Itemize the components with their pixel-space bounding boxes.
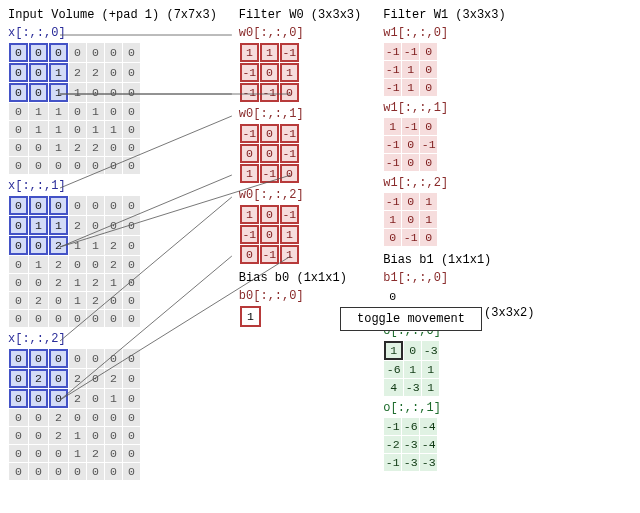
cell: 2 — [87, 445, 104, 462]
cell: -4 — [420, 418, 437, 435]
cell: -1 — [260, 83, 279, 102]
cell: 0 — [49, 292, 68, 309]
cell: 1 — [49, 121, 68, 138]
cell: -1 — [420, 136, 437, 153]
w1-slice-1: 1-10-10-1-100 — [383, 117, 438, 172]
cell: 1 — [384, 211, 401, 228]
cell: -1 — [240, 63, 259, 82]
cell: 0 — [105, 139, 122, 156]
cell: 2 — [49, 427, 68, 444]
cell: 1 — [384, 118, 401, 135]
cell: 0 — [402, 193, 419, 210]
cell: 1 — [87, 103, 104, 120]
cell: 0 — [69, 256, 86, 273]
cell: 0 — [123, 63, 140, 82]
cell: 0 — [9, 236, 28, 255]
cell: 0 — [9, 463, 28, 480]
cell: 0 — [105, 216, 122, 235]
cell: 0 — [9, 427, 28, 444]
cell: 0 — [87, 463, 104, 480]
cell: 0 — [29, 196, 48, 215]
cell: 0 — [123, 216, 140, 235]
cell: 1 — [384, 341, 403, 360]
cell: 0 — [29, 83, 48, 102]
cell: 0 — [123, 292, 140, 309]
cell: 1 — [87, 121, 104, 138]
cell: 0 — [9, 369, 28, 388]
cell: 2 — [29, 369, 48, 388]
cell: 1 — [105, 389, 122, 408]
slice-label: w1[:,:,2] — [383, 176, 505, 190]
cell: 1 — [105, 121, 122, 138]
output-slice-0: 10-3-6114-31 — [383, 340, 440, 397]
cell: 0 — [123, 310, 140, 327]
cell: 2 — [49, 256, 68, 273]
cell: 0 — [105, 409, 122, 426]
cell: 0 — [29, 389, 48, 408]
cell: 0 — [420, 118, 437, 135]
cell: 0 — [105, 196, 122, 215]
cell: 2 — [69, 216, 86, 235]
cell: -1 — [384, 193, 401, 210]
cell: 0 — [260, 63, 279, 82]
cell: 0 — [105, 349, 122, 368]
cell: 0 — [87, 256, 104, 273]
cell: 1 — [240, 43, 259, 62]
w1-slice-0: -1-10-110-110 — [383, 42, 438, 97]
cell: -1 — [384, 79, 401, 96]
cell: -1 — [280, 205, 299, 224]
cell: -3 — [404, 379, 421, 396]
cell: 0 — [9, 389, 28, 408]
slice-label: b1[:,:,0] — [383, 271, 505, 285]
cell: -1 — [384, 136, 401, 153]
toggle-movement-button[interactable]: toggle movement — [340, 307, 482, 331]
cell: -1 — [384, 154, 401, 171]
cell: -3 — [422, 341, 439, 360]
cell: 0 — [29, 236, 48, 255]
cell: 1 — [87, 236, 104, 255]
cell: 2 — [49, 274, 68, 291]
cell: 0 — [49, 310, 68, 327]
cell: -1 — [260, 164, 279, 183]
cell: 1 — [69, 427, 86, 444]
cell: 1 — [69, 445, 86, 462]
output-slice-1: -1-6-4-2-3-4-1-3-3 — [383, 417, 438, 472]
cell: 0 — [87, 369, 104, 388]
slice-label: x[:,:,0] — [8, 26, 217, 40]
bias0-cell: 1 — [239, 305, 262, 328]
cell: 0 — [420, 229, 437, 246]
filter1-title: Filter W1 (3x3x3) — [383, 8, 505, 22]
cell: 0 — [9, 196, 28, 215]
cell: 0 — [9, 292, 28, 309]
w0-slice-2: 10-1-1010-11 — [239, 204, 300, 265]
cell: 0 — [29, 139, 48, 156]
slice-label: w1[:,:,1] — [383, 101, 505, 115]
cell: 0 — [105, 157, 122, 174]
cell: 0 — [105, 292, 122, 309]
cell: 2 — [69, 389, 86, 408]
cell: 0 — [69, 310, 86, 327]
cell: 1 — [69, 274, 86, 291]
cell: -1 — [384, 43, 401, 60]
input-slice-1: 0000000011200000211200120020002121002012… — [8, 195, 141, 328]
cell: -1 — [280, 144, 299, 163]
cell: 1 — [29, 216, 48, 235]
cell: 1 — [49, 63, 68, 82]
cell: -1 — [384, 454, 401, 471]
cell: 0 — [260, 144, 279, 163]
cell: -1 — [240, 124, 259, 143]
cell: 0 — [123, 349, 140, 368]
cell: 0 — [280, 83, 299, 102]
cell: 0 — [69, 196, 86, 215]
cell: 0 — [87, 216, 104, 235]
cell: 0 — [87, 43, 104, 62]
cell: 2 — [69, 369, 86, 388]
cell: 1 — [29, 256, 48, 273]
cell: 0 — [9, 310, 28, 327]
cell: 1 — [49, 216, 68, 235]
cell: 2 — [29, 292, 48, 309]
cell: 1 — [69, 83, 86, 102]
cell: 2 — [69, 139, 86, 156]
cell: 0 — [384, 229, 401, 246]
cell: 0 — [49, 349, 68, 368]
